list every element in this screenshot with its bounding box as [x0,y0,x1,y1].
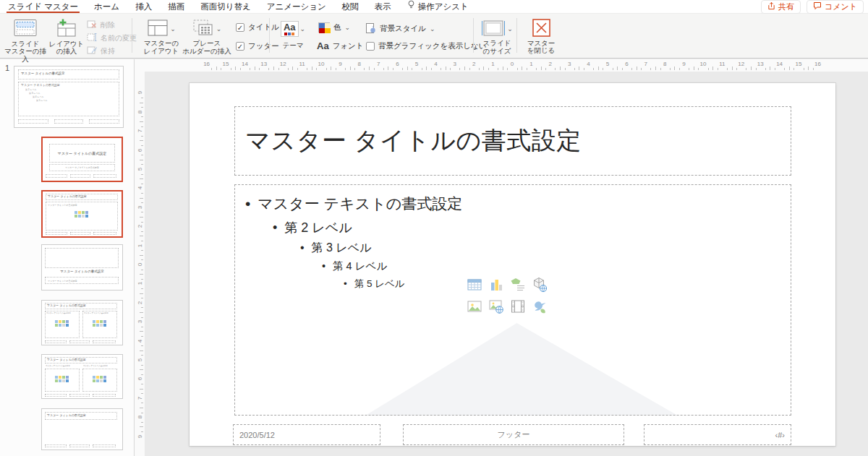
insert-placeholder-button[interactable]: ⌄ プレース ホルダーの挿入 [182,18,231,55]
insert-layout-button[interactable]: レイアウト の挿入 [48,18,85,56]
tab-insert[interactable]: 挿入 [127,0,160,14]
chevron-down-icon: ⌄ [216,26,222,32]
bullet-level-2: •第 2 レベル [273,219,791,236]
master-layout-icon [147,19,169,39]
chevron-down-icon: ⌄ [507,26,513,32]
thumbnail-slide-master[interactable]: マスター タイトルの書式設定 マスター テキストの書式設定 第 2 レベル 第 … [14,66,124,128]
comments-button[interactable]: コメント [807,0,864,14]
insert-3d-model-icon[interactable] [531,276,550,295]
title-checkbox[interactable]: ✓ タイトル [236,22,279,33]
menu-bar: スライド マスター ホーム 挿入 描画 画面切り替え アニメーション 校閲 表示… [0,0,868,14]
background-styles-button[interactable]: 背景スタイル ⌄ [365,22,435,35]
chevron-down-icon: ⌄ [170,26,176,32]
thumbnail-title-only-layout[interactable]: マスター タイトルの書式設定 [41,408,123,450]
tab-view[interactable]: 表示 [367,0,399,14]
comment-icon [813,1,822,12]
editing-canvas: マスター タイトルの書式設定 •マスター テキストの書式設定 •第 2 レベル … [145,72,868,456]
colors-button[interactable]: 色 ⌄ [318,22,350,33]
bullet-level-5: •第 5 レベル [344,278,791,291]
insert-smartart-icon[interactable] [509,276,528,295]
checkbox-checked-icon: ✓ [236,42,244,51]
tab-animations[interactable]: アニメーション [259,0,334,14]
colors-icon [318,22,330,33]
insert-layout-icon [56,18,77,40]
thumbnail-two-content-layout[interactable]: マスター タイトルの書式設定 マスター テキストの書式設定 マスター テキストの… [41,300,123,345]
date-placeholder[interactable]: 2020/5/12 [233,424,380,445]
share-button[interactable]: 共有 [761,0,801,14]
insert-slide-master-button[interactable]: スライド マスターの挿入 [3,18,48,63]
pushpin-icon [87,46,98,56]
bullet-level-3: •第 3 レベル [300,241,791,256]
bullet-level-4: •第 4 レベル [322,259,791,273]
lightbulb-icon [407,0,415,13]
bullet-level-1: •マスター テキストの書式設定 [245,194,791,214]
preserve-button[interactable]: 保持 [87,46,115,56]
themes-icon: Aa [281,21,299,37]
insert-chart-icon[interactable] [488,276,506,295]
thumbnail-index-label: 1 [5,64,9,72]
tab-review[interactable]: 校閲 [334,0,367,14]
group-divider [473,18,474,53]
thumbnail-content-layout[interactable]: マスター タイトルの書式設定 マスター テキストの書式設定 [41,190,123,238]
insert-placeholder-icon [192,19,215,40]
tab-draw[interactable]: 描画 [160,0,192,14]
fonts-button[interactable]: Aa フォント ⌄ [317,41,373,51]
ribbon: スライド マスターの挿入 レイアウト の挿入 削除 名前の変更 保持 ⌄ マスタ… [0,14,868,59]
tab-slide-master[interactable]: スライド マスター [0,0,86,14]
thumbnail-comparison-layout[interactable]: マスター タイトルの書式設定 マスター テキストの書式設定 マスター テキストの… [41,354,123,399]
group-divider [516,18,517,53]
share-icon [767,1,775,12]
title-placeholder[interactable]: マスター タイトルの書式設定 [234,106,791,176]
horizontal-ruler: 1615141312111098765432101234567891011121… [145,59,868,72]
checkbox-checked-icon: ✓ [236,23,244,32]
slide-number-placeholder[interactable]: ‹#› [644,424,791,445]
rename-button[interactable]: 名前の変更 [87,33,137,43]
slide-editing-area: マスター タイトルの書式設定 •マスター テキストの書式設定 •第 2 レベル … [190,83,835,446]
thumbnail-section-header-layout[interactable]: マスター タイトルの書式設定 マスター テキストの書式設定 [41,244,123,291]
tab-home[interactable]: ホーム [86,0,127,14]
chevron-down-icon: ⌄ [345,25,351,30]
slide-size-icon [481,19,506,40]
close-master-button[interactable]: マスター を閉じる [521,18,561,55]
chevron-down-icon: ⌄ [300,26,306,32]
slide-thumbnail-panel: 1 マスター タイトルの書式設定 マスター テキストの書式設定 第 2 レベル … [0,59,135,456]
slide-size-button[interactable]: ⌄ スライド のサイズ [477,18,516,55]
insert-slide-master-icon [13,18,38,40]
checkbox-unchecked-icon [366,42,375,51]
themes-button[interactable]: Aa ⌄ テーマ [276,20,310,50]
delete-button[interactable]: 削除 [87,20,115,30]
insert-online-picture-icon[interactable] [488,298,506,317]
delete-icon [87,20,98,30]
group-divider [132,18,132,53]
insert-video-icon[interactable] [509,298,528,317]
group-divider [269,18,270,53]
footer-placeholder[interactable]: フッター [403,424,624,445]
tab-transitions[interactable]: 画面切り替え [192,0,259,14]
hide-background-graphics-checkbox[interactable]: 背景グラフィックを表示しない [366,41,486,51]
content-placeholder-icons [466,276,550,317]
insert-picture-icon[interactable] [466,298,485,317]
rename-icon [87,33,98,43]
close-master-icon [532,18,551,40]
master-layout-button[interactable]: ⌄ マスターの レイアウト [140,18,182,55]
insert-stock-image-icon[interactable] [531,298,550,317]
background-styles-icon [365,22,376,35]
fonts-icon: Aa [317,41,329,51]
vertical-ruler: 9876543210123456789 [135,59,145,456]
footer-checkbox[interactable]: ✓ フッター [236,41,279,51]
thumbnail-title-layout[interactable]: マスター タイトルの書式設定 マスター サブタイトルの書式設定 [41,137,123,182]
chevron-down-icon: ⌄ [430,26,435,32]
tab-tell-me[interactable]: 操作アシスト [399,0,477,14]
insert-table-icon[interactable] [466,276,485,295]
